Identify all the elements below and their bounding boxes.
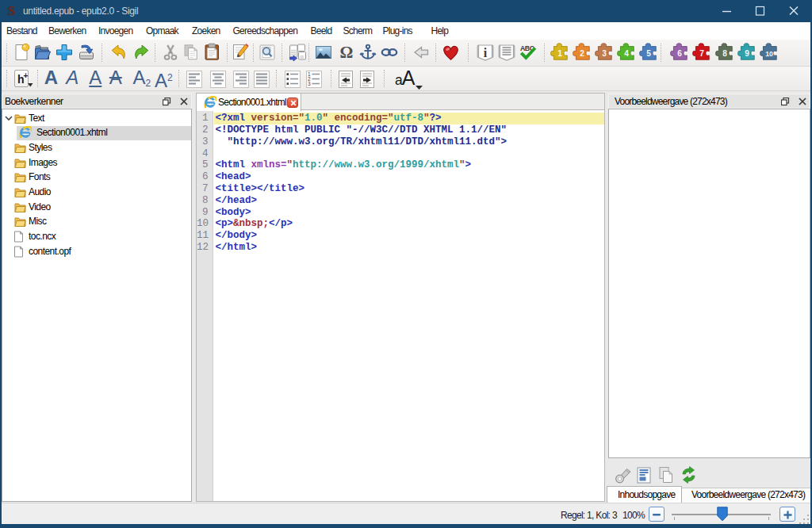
svg-text:i: i	[483, 46, 487, 59]
svg-text:3: 3	[602, 49, 607, 58]
svg-text:8: 8	[722, 49, 727, 58]
svg-text:2: 2	[580, 49, 584, 58]
svg-text:4: 4	[624, 49, 629, 58]
svg-text:3: 3	[308, 81, 311, 86]
svg-text:5: 5	[646, 49, 651, 58]
svg-text:7: 7	[699, 49, 704, 58]
svg-text:10: 10	[765, 50, 773, 58]
svg-text:6: 6	[677, 49, 682, 58]
svg-text:Ω: Ω	[339, 43, 353, 62]
svg-text:9: 9	[745, 49, 749, 58]
svg-text:1: 1	[557, 49, 562, 58]
